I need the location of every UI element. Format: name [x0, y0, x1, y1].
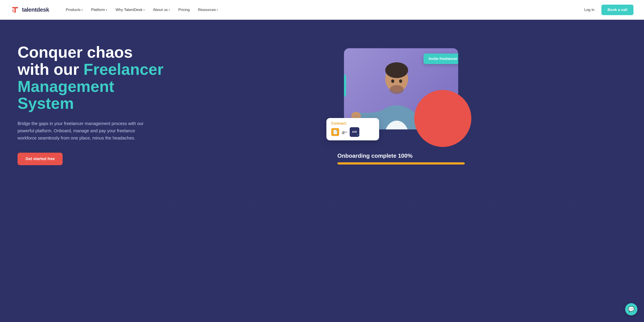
chevron-down-icon: ▾	[82, 8, 83, 11]
nav-item-resources[interactable]: Resources ▾	[194, 6, 222, 14]
progress-bar-fill	[338, 162, 465, 164]
chevron-down-icon: ▾	[169, 8, 170, 11]
contract-file-icon: 📄	[331, 128, 339, 136]
logo-text: talentdesk	[22, 6, 49, 13]
hero-right: Invite freelancer Contract: 📄 a~ AOR	[171, 37, 631, 129]
svg-point-5	[391, 79, 394, 83]
onboarding-title: Onboarding complete 100%	[338, 153, 465, 159]
nav-right: Log in Book a call	[582, 4, 634, 15]
hero-description: Bridge the gaps in your freelancer manag…	[18, 120, 145, 142]
contract-card: Contract: 📄 a~ AOR ✓	[326, 118, 379, 140]
cta-button[interactable]: Get started free	[18, 153, 62, 165]
svg-point-4	[390, 85, 404, 94]
nav-item-products[interactable]: Products ▾	[62, 6, 86, 14]
aor-badge: AOR ✓	[350, 127, 359, 137]
logo[interactable]: talentdesk	[10, 6, 49, 14]
hero-title: Conquer chaos with our Freelancer Manage…	[18, 44, 171, 112]
nav-item-why[interactable]: Why TalentDesk ▾	[112, 6, 148, 14]
navbar: talentdesk Products ▾ Platform ▾ Why Tal…	[0, 0, 644, 20]
login-button[interactable]: Log in	[582, 6, 597, 14]
hero-visual: Invite freelancer Contract: 📄 a~ AOR	[344, 44, 458, 129]
onboarding-section: Onboarding complete 100%	[338, 153, 465, 164]
logo-icon	[10, 6, 20, 14]
progress-bar-background	[338, 162, 465, 164]
aor-text: AOR	[352, 131, 357, 133]
chevron-down-icon: ▾	[144, 8, 145, 11]
book-call-button[interactable]: Book a call	[602, 4, 634, 15]
nav-item-platform[interactable]: Platform ▾	[88, 6, 111, 14]
nav-item-pricing[interactable]: Pricing	[175, 6, 193, 14]
coral-arc-decoration	[414, 90, 471, 147]
signature-line: a~	[342, 129, 347, 136]
chevron-down-icon: ▾	[217, 8, 218, 11]
contract-signature: 📄 a~ AOR ✓	[331, 127, 359, 137]
chat-icon: 💬	[628, 306, 634, 312]
contract-content: Contract: 📄 a~ AOR ✓	[331, 122, 359, 137]
hero-left: Conquer chaos with our Freelancer Manage…	[18, 37, 171, 165]
invite-freelancer-badge[interactable]: Invite freelancer	[424, 53, 458, 64]
check-icon: ✓	[357, 133, 359, 137]
hero-section: Conquer chaos with our Freelancer Manage…	[0, 20, 644, 322]
chevron-down-icon: ▾	[106, 8, 107, 11]
teal-accent-rect	[344, 75, 346, 97]
svg-point-6	[399, 79, 402, 83]
nav-links: Products ▾ Platform ▾ Why TalentDesk ▾ A…	[62, 6, 582, 14]
contract-label: Contract:	[331, 122, 359, 126]
svg-point-3	[385, 62, 408, 78]
nav-item-about[interactable]: About us ▾	[150, 6, 174, 14]
chat-bubble[interactable]: 💬	[625, 303, 638, 316]
